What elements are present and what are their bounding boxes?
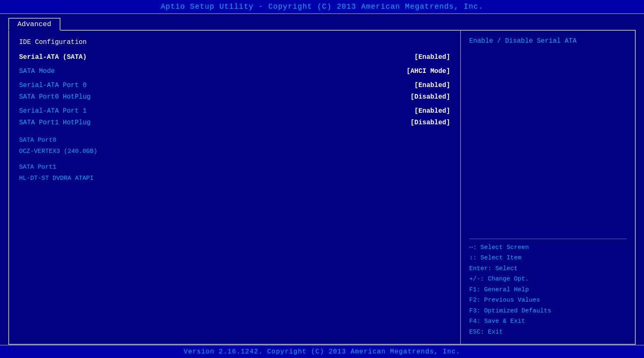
tab-bar: Advanced <box>0 14 644 30</box>
device-label-port0: SATA Port0 <box>19 136 450 145</box>
divider <box>469 239 627 239</box>
help-text: Enable / Disable Serial ATA <box>469 37 627 235</box>
setting-label-port0-hotplug: SATA Port0 HotPlug <box>19 92 91 102</box>
device-detail-port0: OCZ-VERTEX3 (240.0GB) <box>19 147 450 157</box>
shortcut-esc: ESC: Exit <box>469 327 627 338</box>
tab-advanced[interactable]: Advanced <box>8 18 60 31</box>
setting-label-port1: Serial-ATA Port 1 <box>19 106 87 116</box>
device-info-port1: SATA Port1 HL-DT-ST DVDRA ATAPI <box>19 163 450 183</box>
title-bar: Aptio Setup Utility - Copyright (C) 2013… <box>0 0 644 14</box>
shortcut-select-screen: ↔: Select Screen <box>469 242 627 253</box>
setting-value-port0: [Enabled] <box>415 80 450 90</box>
section-header: IDE Configuration <box>19 37 450 47</box>
setting-label-port0: Serial-ATA Port 0 <box>19 80 87 90</box>
setting-row-port0-hotplug[interactable]: SATA Port0 HotPlug [Disabled] <box>19 92 450 102</box>
help-description: Enable / Disable Serial ATA <box>469 37 576 45</box>
setting-value-port0-hotplug: [Disabled] <box>410 92 450 102</box>
shortcut-f2: F2: Previous Values <box>469 295 627 306</box>
setting-value-port1-hotplug: [Disabled] <box>410 118 450 128</box>
shortcut-select-item: ↕: Select Item <box>469 253 627 264</box>
setting-value-port1: [Enabled] <box>415 106 450 116</box>
device-label-port1: SATA Port1 <box>19 163 450 172</box>
setting-row-sata[interactable]: Serial-ATA (SATA) [Enabled] <box>19 52 450 62</box>
setting-row-port0[interactable]: Serial-ATA Port 0 [Enabled] <box>19 80 450 90</box>
setting-label-sata-mode: SATA Mode <box>19 66 55 76</box>
shortcut-f3: F3: Optimized Defaults <box>469 306 627 317</box>
left-panel: IDE Configuration Serial-ATA (SATA) [Ena… <box>9 31 461 344</box>
footer-text: Version 2.16.1242. Copyright (C) 2013 Am… <box>184 348 461 356</box>
setting-value-sata: [Enabled] <box>415 52 450 62</box>
setting-value-sata-mode: [AHCI Mode] <box>406 66 450 76</box>
title-text: Aptio Setup Utility - Copyright (C) 2013… <box>161 2 483 11</box>
main-content: IDE Configuration Serial-ATA (SATA) [Ena… <box>8 30 636 345</box>
shortcut-change-opt: +/-: Change Opt. <box>469 274 627 285</box>
shortcuts: ↔: Select Screen ↕: Select Item Enter: S… <box>469 242 627 338</box>
shortcut-f4: F4: Save & Exit <box>469 316 627 327</box>
setting-label-sata: Serial-ATA (SATA) <box>19 52 87 62</box>
setting-row-port1-hotplug[interactable]: SATA Port1 HotPlug [Disabled] <box>19 118 450 128</box>
device-detail-port1: HL-DT-ST DVDRA ATAPI <box>19 174 450 184</box>
setting-row-sata-mode[interactable]: SATA Mode [AHCI Mode] <box>19 66 450 76</box>
setting-row-port1[interactable]: Serial-ATA Port 1 [Enabled] <box>19 106 450 116</box>
shortcut-enter: Enter: Select <box>469 264 627 274</box>
device-info-port0: SATA Port0 OCZ-VERTEX3 (240.0GB) <box>19 136 450 156</box>
right-panel: Enable / Disable Serial ATA ↔: Select Sc… <box>461 31 635 344</box>
setting-label-port1-hotplug: SATA Port1 HotPlug <box>19 118 91 128</box>
shortcut-f1: F1: General Help <box>469 285 627 295</box>
footer: Version 2.16.1242. Copyright (C) 2013 Am… <box>0 345 644 358</box>
